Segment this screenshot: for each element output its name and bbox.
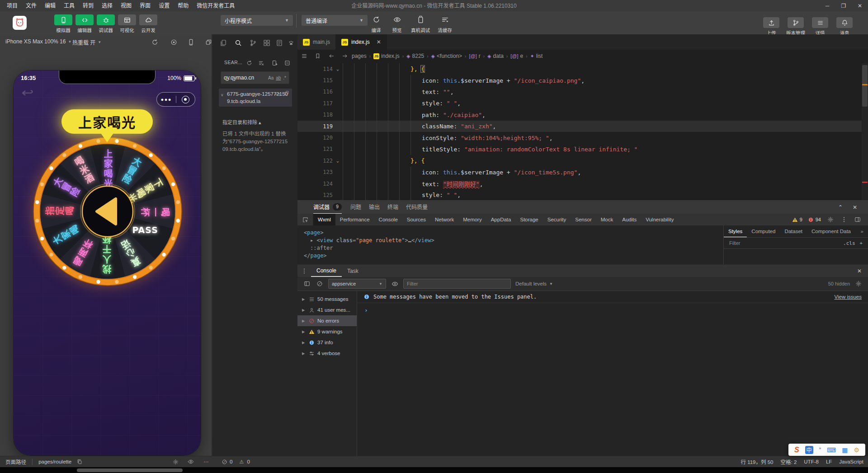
chevron-right-icon[interactable]: ▶	[302, 319, 306, 323]
refresh-icon[interactable]	[151, 38, 159, 46]
close-icon[interactable]: ✕	[852, 0, 868, 12]
debug-tab-3[interactable]: 终端	[387, 200, 398, 213]
warning-counter[interactable]: 9	[792, 217, 802, 223]
match-flag-0[interactable]: Aa	[268, 75, 274, 80]
copy-icon[interactable]	[76, 458, 83, 465]
console-prompt[interactable]: ›	[357, 303, 868, 317]
tab-index.js[interactable]: JSindex.js✕	[336, 34, 387, 50]
view-issues-link[interactable]: View issues	[834, 294, 862, 300]
devtools-tab-appdata[interactable]: AppData	[486, 214, 516, 225]
styles-tab-component-data[interactable]: Component Data	[807, 225, 855, 237]
console-filter-no-errors[interactable]: ▶No errors	[297, 315, 357, 326]
code-line-123[interactable]: 123icon: this.$serverImage + "/icon_time…	[297, 167, 862, 178]
devtools-tab-mock[interactable]: Mock	[596, 214, 618, 225]
devtools-tab-memory[interactable]: Memory	[458, 214, 486, 225]
close-console-icon[interactable]: ✕	[857, 268, 868, 274]
debug-tab-2[interactable]: 输出	[369, 200, 380, 213]
menu-2[interactable]: 编辑	[41, 0, 60, 12]
menu-8[interactable]: 设置	[155, 0, 174, 12]
layout-button[interactable]	[118, 14, 136, 25]
more-icon[interactable]: ⋯	[203, 458, 210, 465]
devtools-tab-security[interactable]: Security	[543, 214, 571, 225]
files-icon[interactable]	[218, 38, 228, 48]
wxml-tree[interactable]: <page>▸ <view class="page roulette">…</v…	[297, 225, 723, 268]
search-scope-toggle[interactable]: 指定目录和排除 ▴	[222, 118, 261, 126]
console-tab-task[interactable]: Task	[342, 265, 364, 277]
breadcrumb-item[interactable]: pages	[352, 53, 367, 59]
compile-condition-gear-icon[interactable]	[172, 458, 179, 465]
code-line-114[interactable]: 114⌄}, {	[297, 63, 862, 75]
match-flag-1[interactable]: ab	[276, 75, 281, 80]
hot-reload-selector[interactable]: 热重载 开▼	[72, 38, 101, 46]
console-filter-50-messages[interactable]: ▶50 messages	[297, 294, 357, 304]
code-line-120[interactable]: 120iconStyle: "width:104%;height:95%; ",	[297, 132, 862, 143]
console-filter-input[interactable]: Filter	[403, 279, 511, 289]
console-tab-console[interactable]: Console	[311, 265, 342, 277]
console-filter-9-warnings[interactable]: ▶9 warnings	[297, 326, 357, 337]
cloud-button[interactable]	[139, 14, 157, 25]
replace-all-icon[interactable]	[284, 90, 289, 96]
devtools-tab-network[interactable]: Network	[430, 214, 458, 225]
fold-icon[interactable]: ⌄	[333, 66, 343, 71]
refresh-results-icon[interactable]	[245, 59, 253, 67]
indentation[interactable]: 空格: 2	[781, 458, 797, 465]
chevron-right-icon[interactable]: ▶	[302, 351, 306, 356]
grid-icon[interactable]	[262, 38, 272, 48]
search-icon[interactable]	[233, 38, 243, 48]
nav-forward-icon[interactable]	[338, 53, 352, 59]
language-mode[interactable]: JavaScript	[839, 459, 863, 464]
code-line-125[interactable]: 125style: " ",	[297, 189, 862, 200]
back-arrow-icon[interactable]: ↩	[21, 86, 33, 100]
roulette-wheel[interactable]: 上家喝光大冒险下家喝光喝一杯PASS真心话找人干杯喝两杯大家喝指定喝大冒险喝米酒	[31, 135, 184, 288]
devtools-tab-audits[interactable]: Audits	[618, 214, 641, 225]
wxml-node-0[interactable]: <page>	[297, 229, 723, 237]
ime-punct[interactable]: ”	[819, 446, 821, 454]
code-line-119[interactable]: 119className: "ani_zxh",	[297, 121, 862, 132]
debug-tab-4[interactable]: 代码质量	[406, 200, 428, 213]
sogou-logo[interactable]: S	[794, 446, 799, 454]
devtools-tab-wxml[interactable]: Wxml	[313, 214, 335, 225]
collapse-panel-icon[interactable]: ⌃	[836, 203, 844, 211]
record-icon[interactable]	[170, 38, 178, 46]
collapse-results-icon[interactable]	[283, 59, 291, 67]
devtools-tab-vulnerability[interactable]: Vulnerability	[641, 214, 678, 225]
compile-mode-select[interactable]: 普通编译▼	[302, 15, 368, 26]
mode-select[interactable]: 小程序模式▼	[221, 15, 293, 26]
menu-4[interactable]: 转到	[79, 0, 98, 12]
search-result-item[interactable]: ∨ 6775-guangye-1257721509.tcb.qcloud.la …	[219, 89, 292, 107]
styles-tab-dataset[interactable]: Dataset	[780, 225, 807, 237]
ime-keyboard-icon[interactable]: ⌨	[827, 446, 836, 454]
add-style-icon[interactable]: +	[860, 240, 863, 246]
context-select[interactable]: appservice▼	[328, 279, 386, 289]
settings-gear-icon[interactable]	[826, 215, 835, 224]
code-button[interactable]	[75, 14, 94, 25]
chevron-right-icon[interactable]: ▸	[310, 237, 316, 244]
tab-main.js[interactable]: JSmain.js	[297, 34, 336, 50]
outline-icon[interactable]	[297, 53, 311, 59]
preview-eye-icon[interactable]	[187, 458, 194, 465]
ime-settings-icon[interactable]: ⚙	[854, 446, 859, 454]
devtools-tab-sources[interactable]: Sources	[402, 214, 430, 225]
close-panel-icon[interactable]: ✕	[851, 203, 859, 211]
menu-6[interactable]: 视图	[117, 0, 136, 12]
code-line-122[interactable]: 122⌄}, {	[297, 155, 862, 166]
breadcrumb-item[interactable]: [@]e	[510, 53, 523, 59]
multi-window-icon[interactable]	[204, 38, 212, 46]
device-selector[interactable]: iPhone XS Max 100% 16▼	[5, 38, 71, 45]
menu-3[interactable]: 工具	[60, 0, 79, 12]
menu-1[interactable]: 文件	[22, 0, 41, 12]
wxml-node-1[interactable]: ▸ <view class="page roulette">…</view>	[297, 237, 723, 244]
more-tabs-icon[interactable]: »	[861, 229, 868, 234]
clear-results-icon[interactable]	[257, 59, 265, 67]
source-control-icon[interactable]	[248, 38, 258, 48]
page-path-value[interactable]: pages/roulette	[38, 459, 71, 464]
issue-counter[interactable]: 94	[808, 217, 821, 223]
clear-console-icon[interactable]	[316, 280, 324, 288]
warning-count[interactable]: ⚠0	[238, 458, 250, 465]
eye-icon[interactable]	[391, 280, 399, 288]
chevron-right-icon[interactable]: ▶	[302, 297, 306, 301]
cursor-position[interactable]: 行 119，列 50	[741, 458, 773, 465]
kebab-menu-icon[interactable]	[297, 268, 311, 274]
device-frame-icon[interactable]	[187, 38, 195, 46]
code-line-124[interactable]: 124text: "时间刚刚好",	[297, 178, 862, 189]
